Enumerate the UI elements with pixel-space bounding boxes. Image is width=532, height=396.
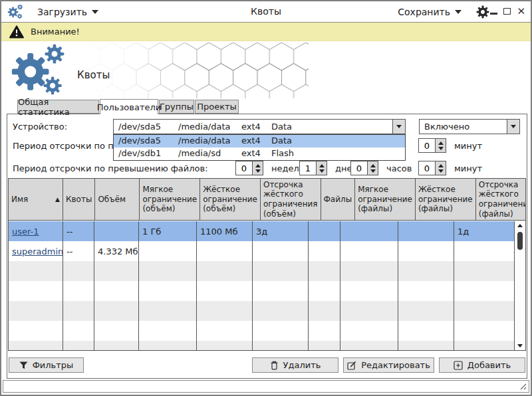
column-label: Жёсткое ограничение (объём)	[203, 185, 257, 214]
spinner-up-icon[interactable]	[319, 164, 325, 167]
table-empty-row[interactable]	[9, 341, 514, 350]
table-cell	[197, 321, 253, 341]
table-cell: --	[63, 241, 94, 261]
resize-grip-icon[interactable]	[519, 382, 527, 391]
column-header-hard-volume[interactable]: Жёсткое ограничение (объём)	[200, 179, 261, 220]
column-header-soft-files[interactable]: Мягкое ограничение (файлы)	[355, 179, 416, 220]
table-cell	[9, 341, 63, 350]
hexagon-pattern	[76, 43, 309, 98]
table-empty-row[interactable]	[9, 321, 514, 341]
dropdown-arrow-icon[interactable]	[392, 120, 405, 134]
table-cell	[9, 301, 63, 321]
table-cell: --	[63, 221, 94, 241]
table-cell	[63, 261, 94, 281]
column-label: Квоты	[66, 195, 92, 205]
settings-gear-icon[interactable]	[476, 5, 489, 19]
close-icon[interactable]: ✕	[517, 7, 525, 16]
column-header-hard-files[interactable]: Жёсткое ограничение (файлы)	[416, 179, 476, 220]
column-header-volume[interactable]: Объём	[95, 179, 140, 220]
spinner-up-icon[interactable]	[438, 142, 444, 145]
app-window: Загрузить Квоты Сохранить ✕ Внимание!	[0, 0, 532, 396]
spinner-down-icon[interactable]	[438, 147, 444, 150]
table-cell	[454, 301, 514, 321]
spinner-buttons[interactable]	[253, 161, 263, 175]
filters-button[interactable]: Фильтры	[9, 357, 84, 373]
table-row-superadmin[interactable]: superadmin -- 4.332 Мб	[9, 241, 514, 261]
grace-files-minutes-input[interactable]	[418, 161, 436, 175]
quota-status-select[interactable]: Включено	[419, 119, 520, 134]
column-header-files[interactable]: Файлы	[321, 179, 356, 220]
spinner-up-icon[interactable]	[370, 164, 376, 167]
minimize-icon[interactable]	[490, 13, 497, 15]
table-cell	[63, 341, 94, 350]
column-header-name[interactable]: Имя ▲	[9, 179, 63, 220]
spinner-buttons[interactable]	[368, 161, 378, 175]
add-button[interactable]: Добавить	[439, 357, 525, 373]
user-link[interactable]: superadmin	[12, 247, 63, 256]
column-header-grace-volume[interactable]: Отсрочка жёсткого ограничения (объём)	[261, 179, 321, 220]
table-cell	[139, 261, 197, 281]
table-cell	[9, 281, 63, 301]
grace-files-days-input[interactable]	[299, 161, 317, 175]
scrollbar-down-icon[interactable]	[515, 344, 525, 347]
tab-general-stats[interactable]: Общая статистика	[17, 100, 99, 114]
spinner-buttons[interactable]	[317, 161, 327, 175]
tab-groups[interactable]: Группы	[159, 100, 194, 114]
column-label: Отсрочка жёсткого ограничения (объём)	[263, 180, 318, 219]
spinner-buttons[interactable]	[436, 161, 446, 175]
column-header-grace-files[interactable]: Отсрочка жёсткого ограничения (файлы)	[476, 179, 526, 220]
table-empty-row[interactable]	[9, 301, 514, 321]
spinner-up-icon[interactable]	[255, 164, 261, 167]
save-menu-button[interactable]: Сохранить	[395, 5, 464, 19]
spinner-down-icon[interactable]	[438, 169, 444, 173]
table-cell	[398, 221, 454, 241]
vertical-scrollbar[interactable]	[514, 221, 525, 350]
spinner-down-icon[interactable]	[370, 169, 376, 173]
edit-button[interactable]: Редактировать	[343, 357, 434, 373]
scrollbar-up-icon[interactable]	[515, 224, 525, 227]
delete-button[interactable]: Удалить	[252, 357, 338, 373]
column-header-soft-volume[interactable]: Мягкое ограничение (объём)	[140, 179, 200, 220]
device-select[interactable]: /dev/sda5 /media/data ext4 Data	[113, 119, 406, 134]
table-row-user-1[interactable]: user-1 -- 1 Гб 1100 Мб 3д 1д	[9, 221, 514, 241]
table-cell: 4.332 Мб	[94, 241, 139, 261]
table-cell	[309, 281, 340, 301]
table-cell	[94, 301, 139, 321]
column-label: Мягкое ограничение (файлы)	[358, 185, 412, 214]
edit-icon	[347, 361, 356, 370]
spinner-down-icon[interactable]	[319, 169, 325, 173]
column-label: Мягкое ограничение (объём)	[142, 185, 197, 214]
device-option-0[interactable]: /dev/sda5 /media/data ext4 Data	[114, 135, 405, 148]
option-name: Flash	[271, 148, 294, 158]
table-cell	[309, 301, 340, 321]
table-cell: 1 Гб	[139, 221, 197, 241]
device-option-1[interactable]: /dev/sdb1 /media/sd ext4 Flash	[114, 148, 405, 160]
filters-button-label: Фильтры	[33, 360, 74, 370]
grace-files-hours-input[interactable]	[350, 161, 368, 175]
spinner-up-icon[interactable]	[438, 164, 444, 167]
table-cell	[309, 241, 340, 261]
add-icon	[454, 361, 463, 370]
table-cell	[63, 321, 94, 341]
sort-asc-icon: ▲	[54, 196, 60, 203]
table-empty-row[interactable]	[9, 261, 514, 281]
column-header-quotas[interactable]: Квоты	[63, 179, 95, 220]
warning-banner: Внимание!	[1, 23, 531, 41]
maximize-icon[interactable]	[503, 8, 511, 15]
dropdown-arrow-icon[interactable]	[507, 120, 519, 134]
user-link[interactable]: user-1	[12, 227, 39, 237]
spinner-down-icon[interactable]	[255, 169, 261, 173]
scrollbar-thumb[interactable]	[517, 232, 523, 250]
spinner-buttons[interactable]	[436, 138, 446, 153]
tab-label: Группы	[160, 102, 194, 112]
tab-users[interactable]: Пользователи	[100, 99, 158, 114]
table-empty-row[interactable]	[9, 281, 514, 301]
table-cell	[253, 341, 309, 350]
table-cell	[454, 241, 514, 261]
load-menu-button[interactable]: Загрузить	[35, 5, 101, 19]
table-cell	[63, 281, 94, 301]
trash-icon	[270, 361, 279, 370]
tab-projects[interactable]: Проекты	[195, 100, 239, 114]
grace-volume-minutes-input[interactable]	[418, 138, 436, 153]
grace-files-weeks-input[interactable]	[235, 161, 253, 175]
